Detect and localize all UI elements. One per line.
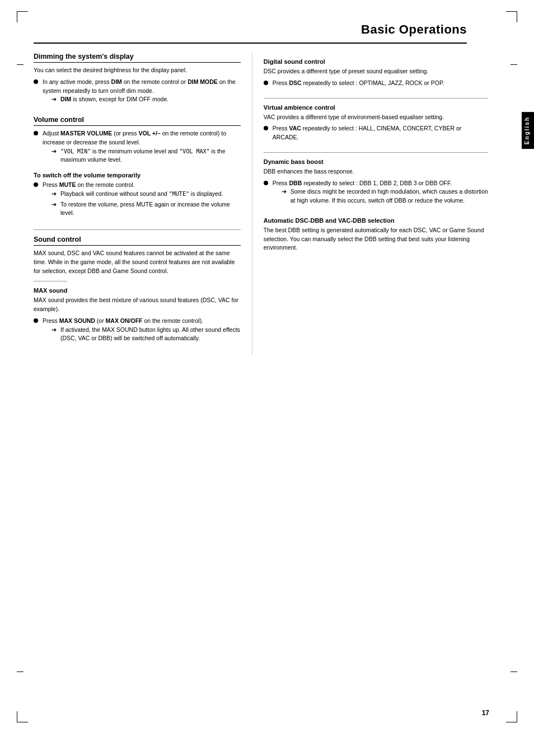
section-digital-sound: Digital sound control DSC provides a dif… (264, 58, 488, 88)
arrow-symbol: ➔ (51, 200, 58, 209)
divider-4 (264, 152, 488, 153)
content-area: Dimming the system's display You can sel… (34, 53, 488, 355)
subsection-title-dynamic-bass: Dynamic bass boost (264, 158, 488, 165)
bullet-max-1-content: Press MAX SOUND (or MAX ON/OFF on the re… (43, 317, 241, 345)
arrow-mute-2: ➔ To restore the volume, press MUTE agai… (43, 200, 241, 218)
section-virtual-ambience: Virtual ambience control VAC provides a … (264, 104, 488, 142)
side-mark-right-bottom (510, 672, 517, 672)
section-dimming: Dimming the system's display You can sel… (34, 53, 241, 106)
virtual-ambience-intro: VAC provides a different type of environ… (264, 113, 488, 122)
page: English Basic Operations Dimming the sys… (0, 0, 534, 756)
arrow-mute-1-text: Playback will continue without sound and… (60, 190, 223, 199)
arrow-symbol: ➔ (51, 147, 58, 156)
arrow-symbol: ➔ (282, 187, 288, 196)
arrow-mute-2-text: To restore the volume, press MUTE again … (60, 200, 241, 218)
arrow-dim-1: ➔ DIM is shown, except for DIM OFF mode. (43, 95, 241, 104)
subsection-title-virtual-ambience: Virtual ambience control (264, 104, 488, 111)
bullet-dot (264, 126, 268, 130)
section-title-dimming: Dimming the system's display (34, 53, 241, 63)
bullet-dbb-1-content: Press DBB repeatedly to select : DBB 1, … (273, 179, 488, 207)
section-volume: Volume control Adjust MASTER VOLUME (or … (34, 116, 241, 219)
bullet-dsc-1-content: Press DSC repeatedly to select : OPTIMAL… (273, 79, 444, 88)
subsection-title-digital-sound: Digital sound control (264, 58, 488, 65)
corner-mark-br (506, 711, 517, 722)
bullet-dimming-1-content: In any active mode, press DIM on the rem… (43, 78, 241, 106)
arrow-symbol: ➔ (51, 95, 58, 104)
bullet-vac-1-content: Press VAC repeatedly to select : HALL, C… (273, 124, 488, 142)
bullet-mute-1: Press MUTE on the remote control. ➔ Play… (34, 181, 241, 219)
dimming-intro: You can select the desired brightness fo… (34, 66, 241, 75)
bullet-volume-1: Adjust MASTER VOLUME (or press VOL +/– o… (34, 129, 241, 166)
bullet-dbb-1: Press DBB repeatedly to select : DBB 1, … (264, 179, 488, 207)
bullet-mute-1-content: Press MUTE on the remote control. ➔ Play… (43, 181, 241, 219)
corner-mark-tr (506, 11, 517, 22)
divider-3 (264, 98, 488, 98)
bullet-dot (34, 79, 38, 84)
arrow-max-1-text: If activated, the MAX SOUND button light… (60, 326, 241, 344)
digital-sound-intro: DSC provides a different type of preset … (264, 67, 488, 76)
auto-dsc-dbb-intro: The best DBB setting is generated automa… (264, 226, 488, 252)
bullet-vac-1: Press VAC repeatedly to select : HALL, C… (264, 124, 488, 142)
dynamic-bass-intro: DBB enhances the bass response. (264, 167, 488, 176)
subsection-title-max-sound: MAX sound (34, 287, 241, 294)
arrow-dim-1-text: DIM is shown, except for DIM OFF mode. (60, 95, 168, 104)
page-title-area: Basic Operations (34, 22, 467, 44)
side-mark-left-top (17, 64, 24, 65)
right-column: Digital sound control DSC provides a dif… (252, 53, 488, 355)
max-sound-intro: MAX sound provides the best mixture of v… (34, 296, 241, 314)
bullet-dot (34, 182, 38, 187)
section-dynamic-bass: Dynamic bass boost DBB enhances the bass… (264, 158, 488, 207)
arrow-mute-1: ➔ Playback will continue without sound a… (43, 190, 241, 199)
arrow-symbol: ➔ (51, 190, 58, 199)
section-auto-dsc-dbb: Automatic DSC-DBB and VAC-DBB selection … (264, 217, 488, 252)
subsection-title-auto-dsc-dbb: Automatic DSC-DBB and VAC-DBB selection (264, 217, 488, 224)
side-mark-right-top (510, 64, 517, 65)
bullet-dsc-1: Press DSC repeatedly to select : OPTIMAL… (264, 79, 488, 88)
bullet-dot (264, 181, 268, 185)
arrow-vol-1: ➔ "VOL MIN" is the minimum volume level … (43, 147, 241, 165)
corner-mark-bl (17, 711, 28, 722)
left-column: Dimming the system's display You can sel… (34, 53, 252, 355)
section-title-sound-control: Sound control (34, 236, 241, 246)
arrow-dbb-1: ➔ Some discs might be recorded in high m… (273, 187, 488, 205)
language-tab: English (522, 112, 534, 149)
arrow-vol-1-text: "VOL MIN" is the minimum volume level an… (60, 147, 241, 165)
corner-mark-tl (17, 11, 28, 22)
bullet-dimming-1: In any active mode, press DIM on the rem… (34, 78, 241, 106)
bullet-dot (34, 131, 38, 135)
divider-1 (34, 229, 241, 230)
section-title-volume: Volume control (34, 116, 241, 126)
arrow-dbb-1-text: Some discs might be recorded in high mod… (291, 187, 488, 205)
bullet-dot (264, 81, 268, 85)
section-sound-control: Sound control MAX sound, DSC and VAC sou… (34, 236, 241, 345)
sound-control-intro: MAX sound, DSC and VAC sound features ca… (34, 249, 241, 275)
bullet-max-1: Press MAX SOUND (or MAX ON/OFF on the re… (34, 317, 241, 345)
arrow-max-1: ➔ If activated, the MAX SOUND button lig… (43, 326, 241, 344)
page-title: Basic Operations (361, 22, 467, 36)
page-number: 17 (482, 709, 489, 717)
side-mark-left-bottom (17, 672, 24, 672)
bullet-volume-1-content: Adjust MASTER VOLUME (or press VOL +/– o… (43, 129, 241, 166)
bullet-dot (34, 318, 38, 323)
arrow-symbol: ➔ (51, 326, 58, 335)
divider-2 (34, 281, 67, 281)
subsection-title-mute: To switch off the volume temporarily (34, 172, 241, 179)
